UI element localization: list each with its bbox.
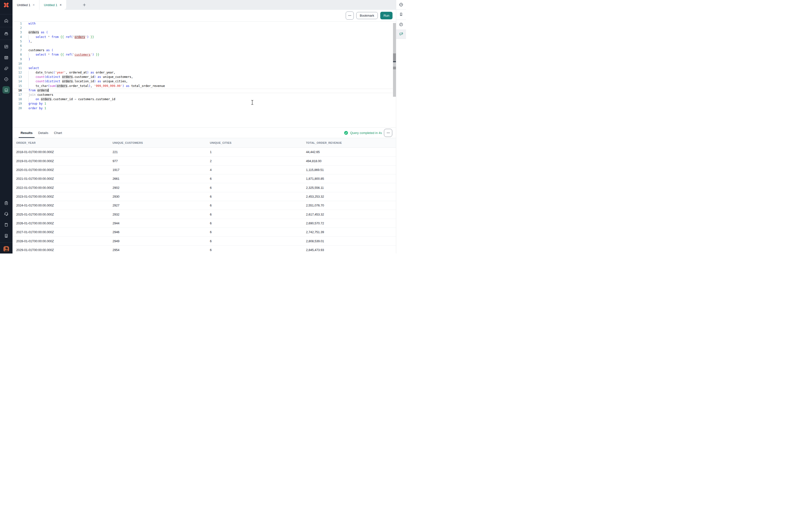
rightbar-explore-icon[interactable] <box>396 0 406 9</box>
sidebar-item-collections-icon[interactable] <box>0 30 12 37</box>
table-row[interactable]: 2022-01-01T00:00:00.000Z290262,325,556.1… <box>12 183 396 192</box>
hex-logo-icon[interactable] <box>3 2 9 8</box>
table-row[interactable]: 2021-01-01T00:00:00.000Z266161,871,800.8… <box>12 174 396 183</box>
code-line-8[interactable]: 8 select * from {{ ref('customers') }} <box>12 53 393 57</box>
rightbar-bookmark-icon[interactable] <box>396 9 406 20</box>
tab-close-icon[interactable]: ✕ <box>60 3 62 7</box>
line-number: 11 <box>12 66 22 71</box>
code-token <box>64 35 66 39</box>
main-panel: Untitled 1✕Untitled 1✕ Bookmark Run 1wit… <box>12 0 396 253</box>
code-token: to_char <box>36 84 48 88</box>
sidebar-item-changelog-icon[interactable] <box>0 200 12 206</box>
code-text: select <box>29 66 39 71</box>
table-row[interactable]: 2029-01-01T00:00:00.000Z295462,845,473.9… <box>12 246 396 253</box>
table-row[interactable]: 2025-01-01T00:00:00.000Z293262,617,453.3… <box>12 210 396 219</box>
column-header[interactable]: UNIQUE_CITIES <box>210 141 306 144</box>
code-token <box>46 35 48 39</box>
rightbar-ai-assistant-icon[interactable] <box>396 30 406 39</box>
sidebar-item-organization-icon[interactable] <box>0 232 12 239</box>
tab-close-icon[interactable]: ✕ <box>33 3 35 7</box>
code-token: as <box>41 31 44 34</box>
code-token: orders <box>62 75 72 78</box>
code-token <box>50 53 51 56</box>
code-token: orders <box>41 98 51 101</box>
code-line-1[interactable]: 1with <box>12 22 393 26</box>
sidebar-item-explore-icon[interactable] <box>0 76 12 82</box>
code-token: {{ <box>60 35 64 39</box>
sidebar-item-home-icon[interactable] <box>0 17 12 24</box>
code-text: date_trunc('year', ordered_at) as order_… <box>29 71 115 75</box>
more-options-button[interactable] <box>346 11 354 19</box>
code-line-20[interactable]: 20order by 1 <box>12 107 393 111</box>
cell: 6 <box>210 186 306 189</box>
cell: 2,325,556.11 <box>306 186 396 189</box>
table-row[interactable]: 2028-01-01T00:00:00.000Z294962,808,539.0… <box>12 237 396 245</box>
new-tab-button[interactable] <box>82 2 87 8</box>
column-header[interactable]: UNIQUE_CUSTOMERS <box>112 141 210 144</box>
rightbar-history-icon[interactable] <box>396 19 406 30</box>
sidebar-item-windows-icon[interactable] <box>0 65 12 71</box>
cell: 2029-01-01T00:00:00.000Z <box>16 248 112 252</box>
results-tab-chart[interactable]: Chart <box>53 128 62 138</box>
line-number: 7 <box>12 49 22 53</box>
code-line-4[interactable]: 4 select * from {{ ref('orders') }} <box>12 35 393 40</box>
sidebar-item-docs-icon[interactable] <box>0 221 12 228</box>
table-row[interactable]: 2027-01-01T00:00:00.000Z294662,742,751.3… <box>12 228 396 237</box>
code-token: ordered_at <box>69 71 87 74</box>
code-token: distinct <box>46 75 60 78</box>
editor-tab-2[interactable]: Untitled 1✕ <box>40 0 66 10</box>
run-button[interactable]: Run <box>380 12 393 19</box>
sidebar-divider <box>0 242 12 243</box>
table-row[interactable]: 2018-01-01T00:00:00.000Z221144,442.65 <box>12 148 396 157</box>
code-line-16[interactable]: 16from orders <box>12 89 393 93</box>
table-row[interactable]: 2019-01-01T00:00:00.000Z9772494,818.00 <box>12 157 396 165</box>
code-line-7[interactable]: 7customers as ( <box>12 49 393 53</box>
code-line-19[interactable]: 19group by 1 <box>12 102 393 106</box>
sidebar-item-notebook-icon[interactable] <box>2 86 10 94</box>
bookmark-button[interactable]: Bookmark <box>356 12 378 19</box>
code-token: group by <box>29 102 43 105</box>
code-line-3[interactable]: 3orders as ( <box>12 31 393 35</box>
cell: 2,808,539.01 <box>306 239 396 243</box>
table-row[interactable]: 2020-01-01T00:00:00.000Z191741,115,869.5… <box>12 166 396 174</box>
code-line-14[interactable]: 14 count(distinct orders.location_id) as… <box>12 79 393 84</box>
table-row[interactable]: 2024-01-01T00:00:00.000Z292762,551,076.7… <box>12 201 396 210</box>
code-token <box>43 102 44 105</box>
code-token <box>50 35 51 39</box>
cell: 2027-01-01T00:00:00.000Z <box>16 230 112 234</box>
sql-editor[interactable]: 1with23orders as (4 select * from {{ ref… <box>12 21 396 127</box>
code-text: count(distinct orders.customer_id) as un… <box>29 75 133 79</box>
results-tab-results[interactable]: Results <box>20 128 33 138</box>
code-token: ) <box>29 58 30 61</box>
code-token: , <box>126 79 128 83</box>
table-row[interactable]: 2026-01-01T00:00:00.000Z294462,690,570.7… <box>12 219 396 228</box>
cell: 1,871,800.85 <box>306 177 396 180</box>
code-line-2[interactable]: 2 <box>12 26 393 31</box>
code-line-11[interactable]: 11select <box>12 66 393 71</box>
code-line-10[interactable]: 10 <box>12 62 393 66</box>
results-tab-details[interactable]: Details <box>38 128 49 138</box>
hex-notebook-app: Untitled 1✕Untitled 1✕ Bookmark Run 1wit… <box>0 0 406 253</box>
column-header[interactable]: TOTAL_ORDER_REVENUE <box>306 141 396 144</box>
code-line-6[interactable]: 6 <box>12 44 393 49</box>
code-token: with <box>29 22 36 25</box>
sidebar-item-support-icon[interactable] <box>0 210 12 217</box>
code-line-9[interactable]: 9) <box>12 58 393 62</box>
table-row[interactable]: 2023-01-01T00:00:00.000Z293062,453,253.3… <box>12 192 396 201</box>
results-more-button[interactable] <box>384 129 392 137</box>
code-line-15[interactable]: 15 to_char(sum(orders.order_total), '999… <box>12 84 393 89</box>
code-line-5[interactable]: 5), <box>12 40 393 44</box>
code-line-18[interactable]: 18 on orders.customer_id = customers.cus… <box>12 98 393 102</box>
code-line-17[interactable]: 17join customers <box>12 93 393 98</box>
user-avatar[interactable] <box>3 246 9 252</box>
column-header[interactable]: ORDER_YEAR <box>16 141 112 144</box>
sidebar-item-apps-icon[interactable] <box>0 43 12 50</box>
code-token: }} <box>91 35 94 39</box>
line-number: 12 <box>12 71 22 75</box>
code-text: count(distinct orders.location_id) as un… <box>29 79 128 84</box>
code-line-12[interactable]: 12 date_trunc('year', ordered_at) as ord… <box>12 71 393 75</box>
cell: 2,690,570.72 <box>306 221 396 225</box>
code-line-13[interactable]: 13 count(distinct orders.customer_id) as… <box>12 75 393 79</box>
sidebar-item-code-window-icon[interactable] <box>0 54 12 61</box>
editor-tab-1[interactable]: Untitled 1✕ <box>12 0 40 10</box>
